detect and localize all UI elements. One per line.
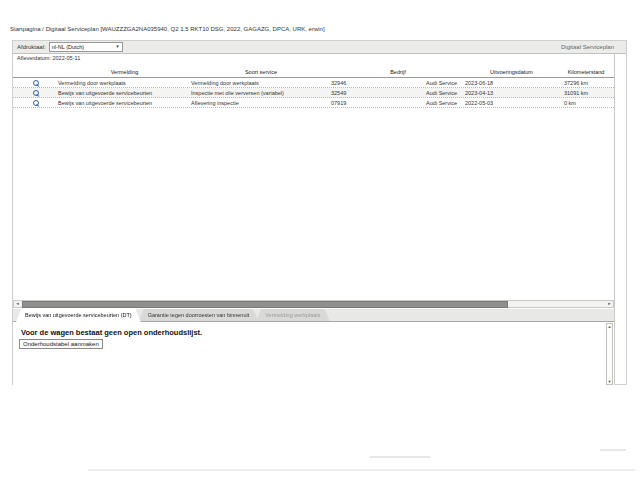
- scroll-right-icon[interactable]: ►: [606, 301, 613, 307]
- cell-soort-service: Inspectie met olie verversen (variabel): [191, 90, 331, 96]
- create-maintenance-table-button[interactable]: Onderhoudstabel aanmaken: [19, 339, 103, 349]
- app-title: Digitaal Serviceplan: [561, 44, 614, 50]
- magnifier-icon[interactable]: [33, 90, 39, 96]
- column-header-uitvoeringsdatum: Uitvoeringsdatum: [465, 69, 558, 75]
- scan-artifact: [370, 456, 430, 458]
- cell-kilometerstand: 37296 km: [558, 80, 614, 86]
- cell-bedrijf: 32946 Audi Service: [331, 80, 465, 86]
- column-header-bedrijf: Bedrijf: [331, 69, 465, 75]
- table-row[interactable]: Vermelding door werkplaats Vermelding do…: [13, 78, 614, 88]
- horizontal-scrollbar-thumb[interactable]: [22, 301, 508, 308]
- column-header-kilometerstand: Kilometerstand: [558, 69, 614, 75]
- scroll-down-icon[interactable]: ▼: [607, 379, 612, 384]
- table-row[interactable]: Bewijs van uitgevoerde servicebeurten Af…: [13, 98, 614, 108]
- bedrijf-naam: Audi Service: [426, 100, 457, 106]
- cell-vermelding: Vermelding door werkplaats: [58, 80, 191, 86]
- scan-artifact: [600, 449, 626, 451]
- cell-uitvoeringsdatum: 2023-06-18: [465, 80, 558, 86]
- horizontal-scrollbar[interactable]: ◄ ►: [13, 300, 614, 308]
- breadcrumb: Startpagina / Digitaal Serviceplan [WAUZ…: [10, 26, 325, 32]
- bedrijf-nummer: 32549: [331, 90, 346, 96]
- tab-garantie-doorroesten[interactable]: Garantie tegen doorroesten van binnenuit: [139, 309, 259, 321]
- tab-vermelding-werkplaats[interactable]: Vermelding werkplaats: [256, 309, 329, 321]
- tab-panel: Voor de wagen bestaat geen open onderhou…: [13, 322, 614, 386]
- vertical-scrollbar[interactable]: ▲ ▼: [606, 323, 613, 385]
- magnifier-icon[interactable]: [33, 100, 39, 106]
- bedrijf-nummer: 32946: [331, 80, 346, 86]
- service-entries-table: Vermelding door werkplaats Vermelding do…: [13, 78, 614, 108]
- print-language-label: Afdruktaal:: [17, 44, 46, 50]
- column-header-soort-service: Soort service: [191, 69, 331, 75]
- scan-artifact: [88, 469, 635, 471]
- print-toolbar: Afdruktaal: nl-NL (Dutch) ▼ Digitaal Ser…: [13, 41, 626, 54]
- column-header-vermelding: Vermelding: [58, 69, 191, 75]
- tab-bewijs-servicebeurten[interactable]: Bewijs van uitgevoerde servicebeurten (D…: [16, 309, 141, 322]
- cell-bedrijf: 07919 Audi Service: [331, 100, 465, 106]
- print-language-select[interactable]: nl-NL (Dutch) ▼: [49, 42, 123, 52]
- magnifier-icon[interactable]: [33, 80, 39, 86]
- bedrijf-nummer: 07919: [331, 100, 346, 106]
- cell-kilometerstand: 0 km: [558, 100, 614, 106]
- cell-kilometerstand: 31091 km: [558, 90, 614, 96]
- cell-bedrijf: 32549 Audi Service: [331, 90, 465, 96]
- cell-vermelding: Bewijs van uitgevoerde servicebeurten: [58, 100, 191, 106]
- bedrijf-naam: Audi Service: [426, 80, 457, 86]
- scroll-up-icon[interactable]: ▲: [607, 324, 612, 329]
- cell-vermelding: Bewijs van uitgevoerde servicebeurten: [58, 90, 191, 96]
- serviceplan-window: Afdruktaal: nl-NL (Dutch) ▼ Digitaal Ser…: [12, 40, 627, 385]
- chevron-down-icon: ▼: [115, 43, 119, 51]
- no-open-maintenance-message: Voor de wagen bestaat geen open onderhou…: [21, 328, 202, 337]
- bottom-tabstrip: Bewijs van uitgevoerde servicebeurten (D…: [13, 309, 614, 322]
- cell-soort-service: Aflevering inspectie: [191, 100, 331, 106]
- cell-soort-service: Vermelding door werkplaats: [191, 80, 331, 86]
- table-row[interactable]: Bewijs van uitgevoerde servicebeurten In…: [13, 88, 614, 98]
- scroll-left-icon[interactable]: ◄: [14, 301, 21, 307]
- cell-uitvoeringsdatum: 2023-04-13: [465, 90, 558, 96]
- table-header: Vermelding Soort service Bedrijf Uitvoer…: [13, 66, 614, 78]
- print-language-value: nl-NL (Dutch): [52, 44, 85, 50]
- bedrijf-naam: Audi Service: [426, 90, 457, 96]
- delivery-date-line: Afleverdatum: 2022-05-11: [17, 55, 80, 61]
- cell-uitvoeringsdatum: 2022-05-03: [465, 100, 558, 106]
- content-right-divider: [614, 53, 615, 384]
